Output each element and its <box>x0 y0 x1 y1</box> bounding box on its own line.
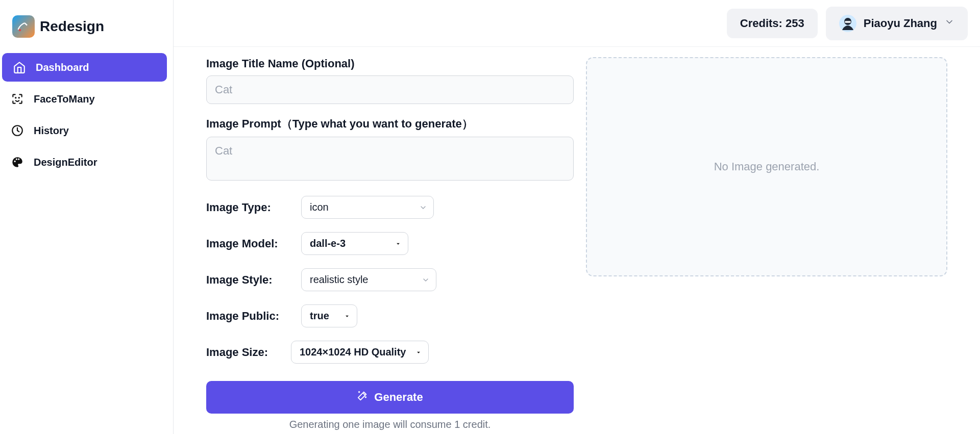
preview-empty-text: No Image generated. <box>714 160 820 173</box>
brand-row: Redesign <box>0 10 173 53</box>
title-input[interactable] <box>206 75 574 104</box>
palette-icon <box>10 155 24 169</box>
public-select[interactable]: true <box>301 304 357 327</box>
field-public: Image Public: true <box>206 304 574 327</box>
style-select[interactable]: realistic style <box>301 268 436 291</box>
style-label: Image Style: <box>206 273 288 287</box>
svg-point-1 <box>15 97 16 98</box>
svg-point-0 <box>19 29 21 32</box>
user-name: Piaoyu Zhang <box>864 17 937 30</box>
caret-down-icon <box>415 349 422 356</box>
model-value: dall-e-3 <box>310 238 346 249</box>
main: Credits: 253 Piaoyu Zhang <box>174 0 980 434</box>
model-label: Image Model: <box>206 237 288 250</box>
field-prompt: Image Prompt（Type what you want to gener… <box>206 116 574 183</box>
generate-label: Generate <box>374 391 423 404</box>
title-label: Image Title Name (Optional) <box>206 57 574 70</box>
type-select[interactable]: icon <box>301 196 434 219</box>
avatar <box>839 15 856 32</box>
sidebar: Redesign Dashboard <box>0 0 174 434</box>
caret-down-icon <box>395 240 402 247</box>
chevron-down-icon <box>419 203 427 212</box>
model-select[interactable]: dall-e-3 <box>301 232 408 255</box>
sidebar-item-facetomany[interactable]: FaceToMany <box>0 85 167 113</box>
caret-down-icon <box>344 313 351 320</box>
size-value: 1024×1024 HD Quality <box>300 346 406 358</box>
prompt-input[interactable] <box>206 137 574 181</box>
sidebar-item-label: History <box>34 125 69 137</box>
history-icon <box>10 123 24 138</box>
field-type: Image Type: icon <box>206 196 574 219</box>
style-value: realistic style <box>310 274 368 286</box>
prompt-label: Image Prompt（Type what you want to gener… <box>206 116 574 132</box>
public-label: Image Public: <box>206 310 288 323</box>
svg-rect-6 <box>845 21 851 23</box>
user-menu[interactable]: Piaoyu Zhang <box>826 7 968 40</box>
content: Image Title Name (Optional) Image Prompt… <box>174 47 980 434</box>
chevron-down-icon <box>422 276 430 284</box>
face-scan-icon <box>10 92 24 106</box>
sidebar-item-label: Dashboard <box>36 62 89 73</box>
type-value: icon <box>310 201 329 213</box>
credits-label: Credits: 253 <box>740 17 804 30</box>
size-label: Image Size: <box>206 346 278 359</box>
topbar: Credits: 253 Piaoyu Zhang <box>174 0 980 47</box>
credits-pill[interactable]: Credits: 253 <box>727 9 818 38</box>
type-label: Image Type: <box>206 201 288 214</box>
field-model: Image Model: dall-e-3 <box>206 232 574 255</box>
magic-wand-icon <box>357 390 368 404</box>
preview-box: No Image generated. <box>586 57 947 276</box>
size-select[interactable]: 1024×1024 HD Quality <box>291 341 429 364</box>
generate-note: Generating one image will consume 1 cred… <box>206 419 574 430</box>
sidebar-item-label: DesignEditor <box>34 157 97 168</box>
brand-name: Redesign <box>40 18 104 35</box>
field-style: Image Style: realistic style <box>206 268 574 291</box>
sidebar-item-label: FaceToMany <box>34 93 95 105</box>
generate-button[interactable]: Generate <box>206 381 574 414</box>
sidebar-nav: Dashboard FaceToMany <box>0 53 173 176</box>
preview-column: No Image generated. <box>586 57 947 434</box>
svg-point-2 <box>19 97 19 98</box>
brand-logo-icon <box>12 15 35 38</box>
home-icon <box>12 60 27 74</box>
public-value: true <box>310 310 329 322</box>
form-column: Image Title Name (Optional) Image Prompt… <box>206 57 574 434</box>
sidebar-item-designeditor[interactable]: DesignEditor <box>0 148 167 176</box>
field-size: Image Size: 1024×1024 HD Quality <box>206 341 574 364</box>
chevron-down-icon <box>944 17 954 30</box>
sidebar-item-dashboard[interactable]: Dashboard <box>2 53 167 82</box>
sidebar-item-history[interactable]: History <box>0 116 167 145</box>
field-title: Image Title Name (Optional) <box>206 57 574 104</box>
